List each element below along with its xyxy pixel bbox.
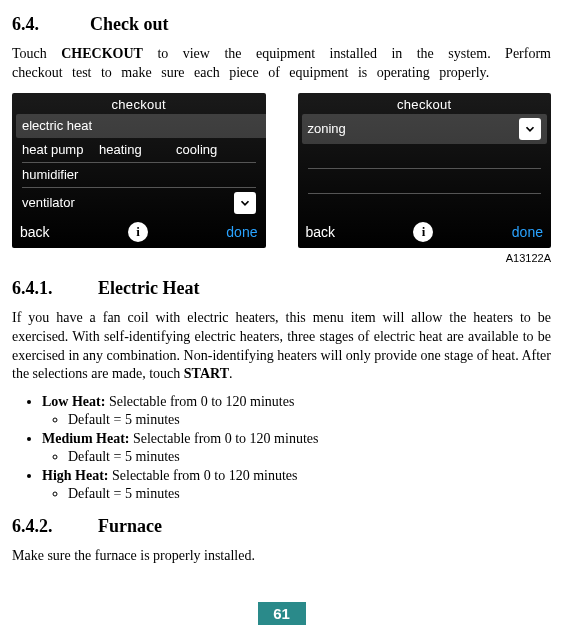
para-intro: Touch CHECKOUT to view the equipment ins… [12, 45, 551, 83]
label: humidifier [22, 167, 78, 182]
info-icon[interactable]: i [413, 222, 433, 242]
done-button[interactable]: done [226, 224, 257, 240]
label: heat pump [22, 142, 99, 157]
heading-title: Check out [90, 14, 169, 34]
row-electric-heat[interactable]: electric heat [16, 114, 266, 138]
list-item: Low Heat: Selectable from 0 to 120 minut… [42, 394, 551, 428]
label: electric heat [22, 118, 92, 133]
back-button[interactable]: back [306, 224, 336, 240]
list-item: Default = 5 minutes [68, 449, 551, 465]
list-item: High Heat: Selectable from 0 to 120 minu… [42, 468, 551, 502]
label: ventilator [22, 195, 75, 210]
chevron-down-icon[interactable] [234, 192, 256, 214]
strong-checkout: CHECKOUT [61, 46, 143, 61]
panel-footer: back i done [298, 218, 552, 248]
row-heat-pump[interactable]: heat pump heating cooling [22, 138, 256, 163]
list-item: Default = 5 minutes [68, 412, 551, 428]
para-furnace: Make sure the furnace is properly instal… [12, 547, 551, 566]
label: zoning [308, 121, 346, 136]
strong-start: START [184, 366, 229, 381]
label: Low Heat: [42, 394, 105, 409]
heading-6-4-1: 6.4.1.Electric Heat [12, 278, 551, 299]
t: . [229, 366, 233, 381]
panel-checkout-zoning: checkout zoning back i done [298, 93, 552, 248]
t: If you have a fan coil with electric hea… [12, 310, 551, 382]
heading-6-4-2: 6.4.2.Furnace [12, 516, 551, 537]
chevron-down-icon[interactable] [519, 118, 541, 140]
figure-row: checkout electric heat heat pump heating… [12, 93, 551, 248]
heading-num: 6.4.2. [12, 516, 98, 537]
label: Medium Heat: [42, 431, 129, 446]
done-button[interactable]: done [512, 224, 543, 240]
panel-title: checkout [12, 93, 266, 114]
panel-body: electric heat heat pump heating cooling … [12, 114, 266, 218]
label: heating [99, 142, 176, 157]
panel-body: zoning [298, 114, 552, 218]
sub-list: Default = 5 minutes [42, 486, 551, 502]
label: High Heat: [42, 468, 109, 483]
row-empty [308, 144, 542, 169]
label: cooling [176, 142, 253, 157]
panel-title: checkout [298, 93, 552, 114]
info-icon[interactable]: i [128, 222, 148, 242]
t: Touch [12, 46, 61, 61]
row-humidifier[interactable]: humidifier [22, 163, 256, 188]
list-item: Medium Heat: Selectable from 0 to 120 mi… [42, 431, 551, 465]
row-ventilator[interactable]: ventilator [22, 188, 256, 218]
list-item: Default = 5 minutes [68, 486, 551, 502]
para-electric-heat: If you have a fan coil with electric hea… [12, 309, 551, 385]
panel-checkout-equipment: checkout electric heat heat pump heating… [12, 93, 266, 248]
back-button[interactable]: back [20, 224, 50, 240]
heading-num: 6.4. [12, 14, 90, 35]
t: Selectable from 0 to 120 minutes [129, 431, 318, 446]
heading-num: 6.4.1. [12, 278, 98, 299]
heading-6-4: 6.4.Check out [12, 14, 551, 35]
sub-list: Default = 5 minutes [42, 449, 551, 465]
heading-title: Furnace [98, 516, 162, 536]
heading-title: Electric Heat [98, 278, 199, 298]
page-number: 61 [258, 602, 306, 625]
row-zoning[interactable]: zoning [302, 114, 548, 144]
row-empty [308, 194, 542, 218]
t: Selectable from 0 to 120 minutes [105, 394, 294, 409]
panel-footer: back i done [12, 218, 266, 248]
figure-label: A13122A [12, 252, 551, 264]
bullet-list: Low Heat: Selectable from 0 to 120 minut… [12, 394, 551, 502]
t: Selectable from 0 to 120 minutes [109, 468, 298, 483]
sub-list: Default = 5 minutes [42, 412, 551, 428]
row-empty [308, 169, 542, 194]
